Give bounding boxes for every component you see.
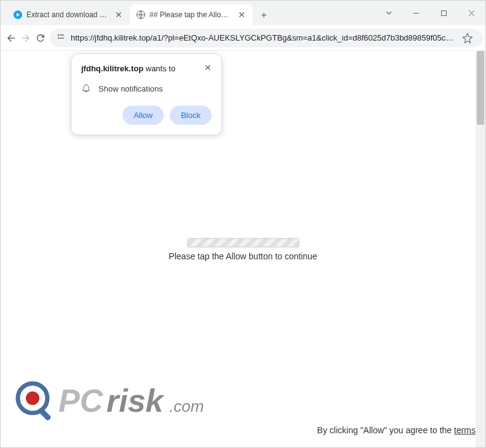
svg-text:risk: risk <box>106 383 165 419</box>
address-bar[interactable]: https://jfdhq.kilitrek.top/a1/?pl=eEtQxo… <box>50 29 483 47</box>
terms-link[interactable]: terms <box>454 425 476 435</box>
pcrisk-logo: PCrisk.com <box>15 379 231 422</box>
block-button[interactable]: Block <box>170 106 212 125</box>
page-message: Please tap the Allow button to continue <box>169 251 317 261</box>
new-tab-button[interactable]: + <box>255 7 273 24</box>
play-icon <box>13 10 23 20</box>
tab-extract-audio[interactable]: Extract and download audio an… ✕ <box>7 4 130 25</box>
toolbar: https://jfdhq.kilitrek.top/a1/?pl=eEtQxo… <box>1 25 485 51</box>
back-button[interactable] <box>6 29 17 47</box>
bookmark-star-icon[interactable] <box>458 29 477 47</box>
svg-rect-5 <box>60 34 64 35</box>
svg-point-4 <box>58 34 60 36</box>
svg-text:PC: PC <box>58 383 104 419</box>
svg-text:.com: .com <box>169 397 204 415</box>
footer-text: By clicking "Allow" you agree to the ter… <box>317 425 476 435</box>
progress-bar <box>187 238 299 247</box>
url-text: https://jfdhq.kilitrek.top/a1/?pl=eEtQxo… <box>71 33 453 42</box>
popup-close-icon[interactable]: ✕ <box>202 61 214 74</box>
window-controls <box>375 1 485 25</box>
reload-button[interactable] <box>35 29 46 47</box>
dropdown-icon[interactable] <box>375 1 402 25</box>
scrollbar-thumb[interactable] <box>477 51 484 125</box>
permission-row: Show notifications <box>81 83 212 95</box>
svg-rect-7 <box>60 37 64 38</box>
permission-label: Show notifications <box>98 84 163 93</box>
close-icon[interactable]: ✕ <box>114 10 124 20</box>
svg-point-6 <box>58 37 60 39</box>
globe-icon <box>136 10 146 20</box>
title-bar: Extract and download audio an… ✕ ## Plea… <box>1 1 485 25</box>
popup-title: jfdhq.kilitrek.top wants to <box>81 64 212 73</box>
maximize-button[interactable] <box>430 1 458 25</box>
svg-rect-3 <box>442 10 447 15</box>
permission-popup: jfdhq.kilitrek.top wants to ✕ Show notif… <box>71 53 222 135</box>
close-window-button[interactable] <box>458 1 485 25</box>
allow-button[interactable]: Allow <box>122 106 164 125</box>
tab-title: ## Please tap the Allow button <box>149 10 233 19</box>
site-info-icon[interactable] <box>56 32 66 44</box>
page-content: jfdhq.kilitrek.top wants to ✕ Show notif… <box>1 51 485 447</box>
tab-title: Extract and download audio an… <box>26 10 110 19</box>
minimize-button[interactable] <box>402 1 430 25</box>
forward-button[interactable] <box>20 29 31 47</box>
popup-origin: jfdhq.kilitrek.top <box>81 64 143 73</box>
popup-wants-text: wants to <box>146 64 175 73</box>
popup-actions: Allow Block <box>81 106 212 125</box>
tab-please-tap-allow[interactable]: ## Please tap the Allow button ✕ <box>130 4 253 25</box>
page-center: Please tap the Allow button to continue <box>169 238 317 261</box>
close-icon[interactable]: ✕ <box>237 10 247 20</box>
svg-point-13 <box>26 391 39 405</box>
bell-icon <box>81 83 91 95</box>
footer-prefix: By clicking "Allow" you agree to the <box>317 425 454 435</box>
scrollbar[interactable] <box>476 51 485 447</box>
